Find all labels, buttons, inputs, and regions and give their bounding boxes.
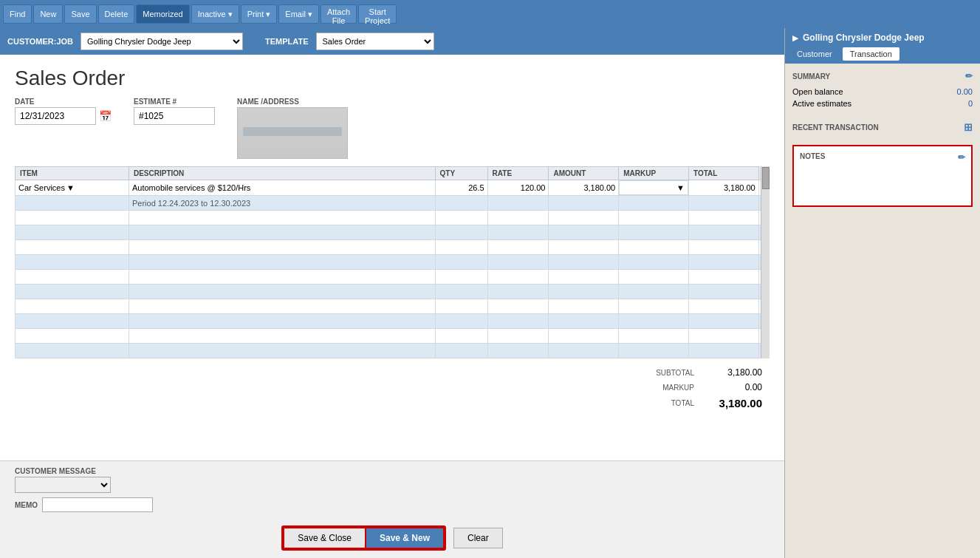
item-dropdown-icon[interactable]: ▼	[66, 183, 75, 192]
delete-button[interactable]: Delete	[98, 4, 135, 24]
tab-customer[interactable]: Customer	[789, 47, 840, 61]
email-button[interactable]: Email ▾	[278, 4, 319, 24]
table-row	[16, 285, 770, 299]
form-title: Sales Order	[15, 67, 770, 90]
cell-qty[interactable]	[435, 196, 487, 211]
print-button[interactable]: Print ▾	[241, 4, 278, 24]
table-row: Car Services ▼ Automobile services @ $12…	[16, 180, 770, 196]
form-content: Sales Order DATE 📅 ESTIMATE # NAME /ADDR…	[0, 55, 784, 460]
active-estimates-label: Active estimates	[792, 99, 851, 108]
cell-item[interactable]	[16, 196, 129, 211]
cell-total[interactable]: 3,180.00	[688, 180, 758, 196]
recent-transaction-icon[interactable]: ⊞	[964, 121, 973, 133]
main-layout: CUSTOMER:JOB Golling Chrysler Dodge Jeep…	[0, 28, 980, 558]
col-description: DESCRIPTION	[129, 167, 435, 180]
items-table: ITEM DESCRIPTION QTY RATE AMOUNT MARKUP …	[15, 166, 770, 358]
total-value: 3,180.00	[702, 395, 768, 411]
name-address-group: NAME /ADDRESS	[237, 98, 348, 159]
memo-input[interactable]	[42, 497, 153, 512]
print-item: Print ▾	[241, 4, 278, 24]
right-panel-body: SUMMARY ✏ Open balance 0.00 Active estim…	[785, 64, 980, 558]
customer-message-label: CUSTOMER MESSAGE	[15, 467, 770, 475]
cell-markup[interactable]	[619, 196, 689, 211]
customer-job-label: CUSTOMER:JOB	[7, 37, 73, 46]
col-amount: AMOUNT	[549, 167, 619, 180]
notes-edit-icon[interactable]: ✏	[958, 152, 965, 163]
item-value: Car Services	[18, 183, 65, 192]
memo-row: MEMO	[15, 497, 770, 512]
right-panel: Golling Chrysler Dodge Jeep Customer Tra…	[784, 28, 980, 558]
date-label: DATE	[15, 98, 112, 106]
save-close-button[interactable]: Save & Close	[283, 527, 365, 549]
name-address-box	[237, 107, 348, 159]
markup-dropdown-icon[interactable]: ▼	[676, 183, 685, 192]
active-estimates-value: 0	[968, 99, 973, 108]
markup-value: 0.00	[702, 381, 768, 394]
save-button[interactable]: Save	[64, 4, 96, 24]
table-row	[16, 344, 770, 358]
cell-amount[interactable]: 3,180.00	[549, 180, 619, 196]
form-area: CUSTOMER:JOB Golling Chrysler Dodge Jeep…	[0, 28, 784, 558]
items-table-container: ITEM DESCRIPTION QTY RATE AMOUNT MARKUP …	[15, 166, 770, 358]
summary-title: SUMMARY ✏	[792, 71, 973, 81]
memorized-button[interactable]: Memorized	[136, 4, 189, 24]
customer-bar: CUSTOMER:JOB Golling Chrysler Dodge Jeep…	[0, 28, 784, 55]
memo-label: MEMO	[15, 501, 38, 509]
cell-item[interactable]: Car Services ▼	[16, 180, 129, 196]
name-address-label: NAME /ADDRESS	[237, 98, 348, 106]
table-row	[16, 299, 770, 314]
customer-job-select[interactable]: Golling Chrysler Dodge Jeep	[80, 33, 243, 50]
date-input[interactable]	[15, 107, 96, 125]
col-markup: MARKUP	[619, 167, 689, 180]
form-bottom: CUSTOMER MESSAGE MEMO	[0, 460, 784, 518]
col-rate: RATE	[487, 167, 549, 180]
cell-qty[interactable]: 26.5	[435, 180, 487, 196]
find-button[interactable]: Find	[3, 4, 32, 24]
clear-button[interactable]: Clear	[453, 528, 503, 548]
cell-description[interactable]: Automobile services @ $120/Hrs	[129, 180, 435, 196]
table-row	[16, 225, 770, 240]
subtotal-value: 3,180.00	[702, 366, 768, 379]
date-group: DATE 📅	[15, 98, 112, 125]
notes-title: NOTES ✏	[800, 152, 965, 163]
right-panel-title: Golling Chrysler Dodge Jeep	[803, 33, 925, 43]
calendar-icon[interactable]: 📅	[99, 110, 112, 122]
customer-message-select[interactable]	[15, 477, 111, 493]
table-row	[16, 211, 770, 225]
open-balance-value: 0.00	[957, 87, 973, 96]
notes-content[interactable]	[800, 163, 965, 200]
cell-description[interactable]: Period 12.24.2023 to 12.30.2023	[129, 196, 435, 211]
estimate-label: ESTIMATE #	[134, 98, 215, 106]
scrollbar-thumb[interactable]	[762, 167, 770, 189]
recent-transaction-section: RECENT TRANSACTION ⊞	[792, 121, 973, 133]
form-header-row: DATE 📅 ESTIMATE # NAME /ADDRESS	[15, 98, 770, 159]
table-row: Period 12.24.2023 to 12.30.2023	[16, 196, 770, 211]
col-item: ITEM	[16, 167, 129, 180]
cell-markup[interactable]: ▼	[619, 180, 688, 195]
save-new-button[interactable]: Save & New	[365, 527, 445, 549]
attach-file-button[interactable]: AttachFile	[321, 4, 357, 24]
new-button[interactable]: New	[33, 4, 63, 24]
col-total: TOTAL	[688, 167, 758, 180]
recent-transaction-title: RECENT TRANSACTION ⊞	[792, 121, 973, 133]
table-row	[16, 255, 770, 270]
open-balance-label: Open balance	[792, 87, 843, 96]
totals-table: SUBTOTAL 3,180.00 MARKUP 0.00 TOTAL 3,18…	[648, 364, 770, 412]
subtotal-label: SUBTOTAL	[650, 366, 700, 379]
cell-rate[interactable]: 120.00	[487, 180, 549, 196]
cell-total[interactable]	[688, 196, 758, 211]
estimate-group: ESTIMATE #	[134, 98, 215, 125]
summary-section: SUMMARY ✏ Open balance 0.00 Active estim…	[792, 71, 973, 109]
save-buttons-group: Save & Close Save & New	[281, 525, 446, 551]
template-select[interactable]: Sales Order	[316, 33, 434, 50]
inactive-button[interactable]: Inactive ▾	[191, 4, 239, 24]
buttons-row: Save & Close Save & New Clear	[0, 518, 784, 558]
cell-rate[interactable]	[487, 196, 549, 211]
vertical-scrollbar[interactable]	[761, 166, 770, 358]
summary-edit-icon[interactable]: ✏	[965, 71, 973, 81]
cell-amount[interactable]	[549, 196, 619, 211]
start-project-button[interactable]: StartProject	[358, 4, 397, 24]
tab-transaction[interactable]: Transaction	[843, 47, 900, 61]
toolbar: Find New Save Delete Memorized Inactive …	[0, 0, 980, 28]
estimate-input[interactable]	[134, 107, 215, 125]
